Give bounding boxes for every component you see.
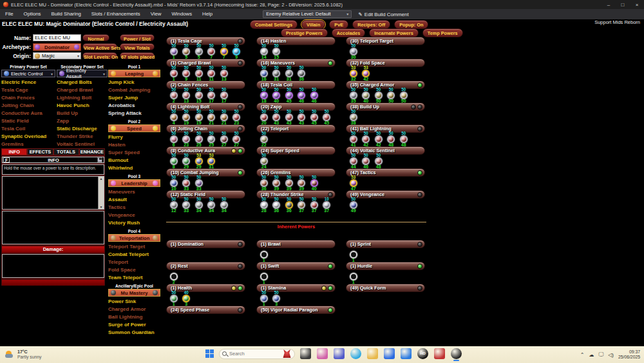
header-button-recipes-off[interactable]: Recipes: Off [352,20,390,29]
enhancement-slot[interactable]: 5050 [397,88,410,103]
powerlist-item-combat-teleport[interactable]: Combat Teleport [108,251,160,259]
powerlist-item-hasten[interactable]: Hasten [108,141,160,149]
powerlist-item-whirlwind[interactable]: Whirlwind [108,164,160,172]
enhancement-slot[interactable]: 5036 [258,175,270,191]
enhancement-slot[interactable]: 5023 [180,132,193,147]
taskbar-icon-edge[interactable] [350,348,361,359]
start-button[interactable] [205,349,214,358]
enhancement-slot[interactable]: 505 [193,44,205,59]
enhancement-slot[interactable]: 5013 [218,66,231,81]
header-button-popup-on[interactable]: Popup: On [394,20,428,29]
menu-help[interactable]: Help [197,9,218,19]
enhancement-slot[interactable]: 5011 [205,66,218,81]
button-view-active-sets[interactable]: View Active Sets [82,43,117,50]
enhancement-slot[interactable]: 5040 [270,88,283,103]
enhancement-slot[interactable]: 5040 [308,175,321,191]
enhancement-slot[interactable]: 5031 [283,66,296,81]
enhancement-slot[interactable]: 501 [167,291,180,306]
enhancement-slot[interactable]: 1 [258,269,270,284]
enhancement-slot[interactable]: 5022 [258,132,270,147]
powerlist-item-vengeance[interactable]: Vengeance [108,211,160,219]
powerlist-item-fold-space[interactable]: Fold Space [108,266,160,274]
powerlist-item-electric-fence[interactable]: Electric Fence [1,79,55,86]
menu-build-sharing[interactable]: Build Sharing [46,9,86,19]
enhancement-slot[interactable]: 5043 [270,110,283,125]
enhancement-slot[interactable]: 5041 [347,132,360,147]
taskbar-icon-holiday-app[interactable] [434,348,445,359]
enhancement-slot[interactable]: 5031 [270,66,283,81]
enhancement-slot[interactable]: 5040 [360,88,373,103]
header-button-temp-powers[interactable]: Temp Powers [422,28,463,37]
powerset-select-electricity-assault[interactable]: Electricity Assault▾ [57,70,108,77]
enhancement-slot[interactable]: 5017 [218,88,231,103]
button-power-slot[interactable]: Power / Slot [120,34,155,41]
scroll-down-icon[interactable]: ▼ [99,205,104,209]
maximize-button[interactable]: □ [616,2,630,8]
powerlist-item-voltaic-sentinel[interactable]: Voltaic Sentinel [57,141,108,148]
enhancement-slot[interactable]: 5012 [167,197,180,213]
enhancement-slot[interactable]: 5027 [218,132,231,147]
menu-windows[interactable]: Windows [166,9,197,19]
tab-effects[interactable]: EFFECTS [27,148,53,155]
enhancement-slot[interactable]: 5045 [321,110,334,125]
button-slot-levels-on[interactable]: Slot Levels: On [82,52,117,59]
powerlist-item-team-teleport[interactable]: Team Teleport [108,274,160,282]
enhancement-slot[interactable]: 1037 [321,197,334,213]
enhancement-slot[interactable]: 5034 [218,197,231,213]
powerlist-item-build-up[interactable]: Build Up [57,110,108,117]
powerlist-item-power-sink[interactable]: Power Sink [108,298,160,306]
enhancement-slot[interactable]: 5015 [193,88,205,103]
enhancement-slot[interactable]: 5042 [372,132,385,147]
enhancement-slot[interactable]: 5048 [397,132,410,147]
enhancement-slot[interactable]: 5342 [360,66,373,81]
powerlist-item-super-speed[interactable]: Super Speed [108,149,160,157]
menu-view[interactable]: View [146,9,167,19]
menu-slots-enhancements[interactable]: Slots / Enhancements [86,9,146,19]
powerlist-item-combat-jumping[interactable]: Combat Jumping [108,86,160,94]
powerlist-item-burnout[interactable]: Burnout [108,157,160,164]
enhancement-slot[interactable]: 5046 [296,88,308,103]
origin-select[interactable]: Magic ▾ [33,52,81,59]
powerlist-item-chain-fences[interactable]: Chain Fences [1,94,55,102]
taskbar-icon-teams[interactable] [334,348,345,359]
enhancement-slot[interactable]: 5023 [231,110,243,125]
name-input[interactable] [33,34,81,41]
powerlist-item-charged-bolts[interactable]: Charged Bolts [57,79,108,86]
enhancement-slot[interactable]: 5037 [296,197,308,213]
powerlist-item-jolting-chain[interactable]: Jolting Chain [1,102,55,110]
enhancement-slot[interactable]: 5033 [180,175,193,191]
enhancement-slot[interactable]: 5033 [193,175,205,191]
powerlist-item-static-discharge[interactable]: Static Discharge [57,125,108,133]
enhancement-slot[interactable]: 5038 [347,110,360,125]
enhancement-slot[interactable]: 5024 [258,153,270,169]
enhancement-slot[interactable]: 507 [205,44,218,59]
search-box[interactable] [219,349,295,359]
taskbar-icon-copilot[interactable] [317,348,328,359]
enhancement-slot[interactable]: 5046 [308,88,321,103]
enhancement-slot[interactable]: 5017 [205,88,218,103]
tray-expand-icon[interactable]: ⌃ [580,352,585,358]
taskbar-icon-outlook[interactable] [401,348,412,359]
enhancement-slot[interactable]: 5010 [167,175,180,191]
enhancement-slot[interactable]: 5030 [347,44,360,59]
clock[interactable]: 09:37 25/06/2025 [618,349,640,360]
enhancement-slot[interactable]: 5039 [270,175,283,191]
powerlist-item-lightning-bolt[interactable]: Lightning Bolt [57,94,108,102]
enhancement-slot[interactable]: 1 [347,269,360,284]
enhancement-slot[interactable]: 5016 [258,66,270,81]
power-bar-quick-form[interactable]: (49) Quick Form [346,284,425,292]
search-input[interactable] [229,351,274,357]
enhancement-slot[interactable]: 1 [347,247,360,262]
pool-select-leaping[interactable]: Leaping [108,70,160,77]
onedrive-cloud-icon[interactable]: ☁ [589,352,594,358]
enhancement-slot[interactable]: 5027 [231,132,243,147]
powerlist-item-victory-rush[interactable]: Victory Rush [108,219,160,227]
taskbar-icon-task-view[interactable] [300,348,311,359]
powerlist-item-synaptic-overload[interactable]: Synaptic Overload [1,133,55,141]
enhancement-slot[interactable]: 5034 [193,197,205,213]
enhancement-slot[interactable]: 501 [167,44,180,59]
enhancement-slot[interactable]: 5048 [385,132,398,147]
volume-icon[interactable]: ◁) [608,352,614,358]
powerset-select-electric-control[interactable]: Electric Control▾ [1,70,55,77]
enhancement-slot[interactable]: 5013 [180,88,193,103]
